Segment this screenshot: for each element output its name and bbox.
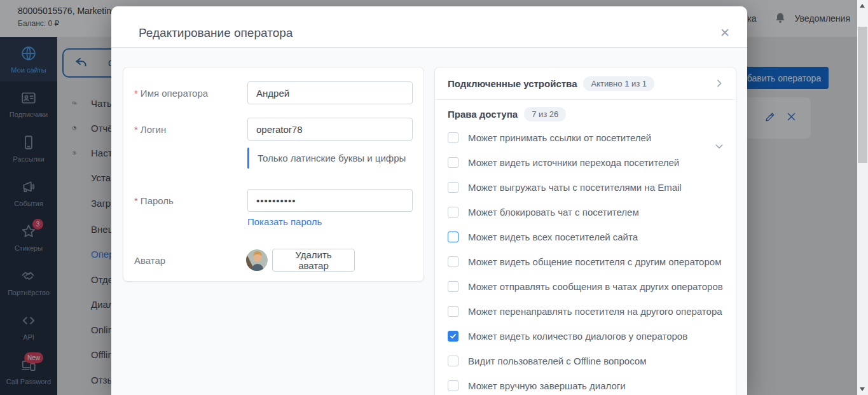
delete-avatar-button[interactable]: Удалить аватар <box>272 249 355 272</box>
checkbox-unchecked[interactable] <box>448 232 458 242</box>
required-asterisk: * <box>134 195 138 206</box>
scrollbar-down-arrow[interactable] <box>860 387 865 391</box>
checkbox-unchecked[interactable] <box>448 182 458 193</box>
scrollbar-up-arrow[interactable] <box>860 4 865 8</box>
connected-devices-row[interactable]: Подключенные устройства Активно 1 из 1 <box>435 67 736 99</box>
operator-login-input[interactable] <box>247 118 413 141</box>
operator-form-card: *Имя оператора *Логин Только латинские б… <box>123 67 424 282</box>
checkbox-unchecked[interactable] <box>448 306 458 317</box>
permission-label: Может видеть источники перехода посетите… <box>468 157 679 168</box>
modal-title: Редактирование оператора <box>139 26 293 40</box>
permission-row[interactable]: Видит пользователей с Offline вопросом <box>435 349 736 373</box>
login-field-label: *Логин <box>134 124 166 135</box>
permission-row[interactable]: Может выгружать чаты с посетителями на E… <box>435 175 736 200</box>
permission-label: Может видеть всех посетителей сайта <box>468 232 638 242</box>
permission-row[interactable]: Может видеть общение посетителя с другим… <box>435 249 736 274</box>
permission-label: Может блокировать чат с посетителем <box>468 207 639 218</box>
checkbox-unchecked[interactable] <box>448 207 458 218</box>
devices-active-badge: Активно 1 из 1 <box>583 76 654 91</box>
close-icon[interactable]: ✕ <box>717 24 733 41</box>
checkbox-checked[interactable] <box>448 331 458 342</box>
checkbox-unchecked[interactable] <box>448 157 458 168</box>
permission-row[interactable]: Может блокировать чат с посетителем <box>435 200 736 225</box>
scrollbar-thumb[interactable] <box>858 27 867 163</box>
access-rights-title: Права доступа <box>448 109 518 120</box>
password-field-label: *Пароль <box>134 195 174 206</box>
app-root: 80005015576, Marketing7 Баланс: 0 ₽ жка … <box>0 0 868 395</box>
name-field-label: *Имя оператора <box>134 88 208 99</box>
chevron-right-icon[interactable] <box>714 78 724 88</box>
checkbox-unchecked[interactable] <box>448 132 458 143</box>
permission-row[interactable]: Может вручную завершать диалоги <box>435 373 736 395</box>
operator-password-input[interactable] <box>247 189 413 212</box>
checkbox-unchecked[interactable] <box>448 380 458 391</box>
checkbox-unchecked[interactable] <box>448 356 458 366</box>
rights-count-badge: 7 из 26 <box>524 107 566 121</box>
show-password-link[interactable]: Показать пароль <box>247 216 322 227</box>
required-asterisk: * <box>134 124 138 135</box>
required-asterisk: * <box>134 88 138 99</box>
permissions-card: Подключенные устройства Активно 1 из 1 П… <box>434 67 736 395</box>
login-hint: Только латинские буквы и цифры <box>247 148 406 169</box>
edit-operator-modal: Редактирование оператора ✕ *Имя оператор… <box>111 6 747 395</box>
permissions-list: Может принимать ссылки от посетителейМож… <box>435 125 736 395</box>
permission-row[interactable]: Может видеть всех посетителей сайта <box>435 225 736 249</box>
page-scrollbar[interactable] <box>857 0 868 395</box>
access-rights-row[interactable]: Права доступа 7 из 26 <box>435 100 736 128</box>
permission-row[interactable]: Может перенаправлять посетителя на друго… <box>435 299 736 324</box>
permission-row[interactable]: Может принимать ссылки от посетителей <box>435 125 736 150</box>
permission-label: Может видеть количество диалогов у опера… <box>468 331 687 342</box>
permission-label: Может принимать ссылки от посетителей <box>468 132 651 143</box>
operator-avatar <box>246 249 268 271</box>
permission-label: Может отправлять сообщения в чатах други… <box>468 281 723 292</box>
avatar-field-label: Аватар <box>134 255 165 266</box>
permission-row[interactable]: Может видеть количество диалогов у опера… <box>435 324 736 349</box>
permission-label: Видит пользователей с Offline вопросом <box>468 356 647 366</box>
permission-label: Может перенаправлять посетителя на друго… <box>468 306 722 317</box>
checkbox-unchecked[interactable] <box>448 281 458 292</box>
permission-row[interactable]: Может видеть источники перехода посетите… <box>435 150 736 175</box>
permission-row[interactable]: Может отправлять сообщения в чатах други… <box>435 274 736 299</box>
permission-label: Может выгружать чаты с посетителями на E… <box>468 182 682 193</box>
operator-name-input[interactable] <box>247 81 413 104</box>
permission-label: Может видеть общение посетителя с другим… <box>468 256 721 267</box>
modal-header: Редактирование оператора ✕ <box>111 6 747 48</box>
permission-label: Может вручную завершать диалоги <box>468 380 626 391</box>
checkbox-unchecked[interactable] <box>448 256 458 267</box>
connected-devices-title: Подключенные устройства <box>448 78 577 89</box>
